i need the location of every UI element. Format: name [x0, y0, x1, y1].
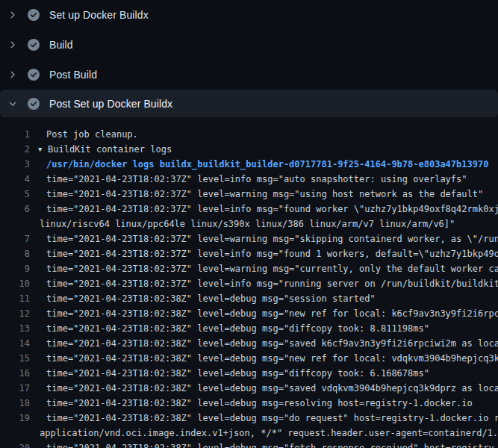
- log-line-number[interactable]: 3: [0, 157, 30, 172]
- log-viewer: 1 Post job cleanup. 2 ▼BuildKit containe…: [0, 117, 498, 448]
- step-title: Post Set up Docker Buildx: [49, 96, 172, 111]
- log-line: 9 time="2021-04-23T18:02:37Z" level=warn…: [0, 261, 498, 276]
- log-line-number[interactable]: 20: [0, 441, 30, 448]
- log-line: linux/riscv64 linux/ppc64le linux/s390x …: [0, 217, 498, 231]
- log-line-text: /usr/bin/docker logs buildx_buildkit_bui…: [30, 157, 488, 172]
- log-line-number[interactable]: 1: [0, 127, 30, 142]
- log-line-text: time="2021-04-23T18:02:37Z" level=info m…: [30, 202, 498, 217]
- log-line-text: time="2021-04-23T18:02:37Z" level=info m…: [30, 172, 467, 187]
- log-line-text: time="2021-04-23T18:02:38Z" level=debug …: [30, 396, 473, 411]
- step-header-post-set-up-docker-buildx[interactable]: Post Set up Docker Buildx: [0, 90, 498, 117]
- log-line-number[interactable]: [0, 217, 30, 231]
- log-line-text: Post job cleanup.: [30, 127, 138, 142]
- log-line: 18 time="2021-04-23T18:02:38Z" level=deb…: [0, 396, 498, 411]
- log-line-text: time="2021-04-23T18:02:38Z" level=debug …: [30, 441, 498, 448]
- log-line: 13 time="2021-04-23T18:02:38Z" level=deb…: [0, 321, 498, 336]
- log-line: 5 time="2021-04-23T18:02:37Z" level=warn…: [0, 187, 498, 202]
- log-line-number[interactable]: 7: [0, 231, 30, 246]
- step-title: Post Build: [49, 67, 97, 82]
- log-line-text: time="2021-04-23T18:02:37Z" level=warnin…: [30, 261, 498, 276]
- log-line: 1 Post job cleanup.: [0, 127, 498, 142]
- log-line-number[interactable]: 2: [0, 142, 30, 157]
- log-group-toggle[interactable]: ▼BuildKit container logs: [30, 142, 172, 157]
- log-line-text: time="2021-04-23T18:02:38Z" level=debug …: [30, 351, 498, 366]
- log-line: 19 time="2021-04-23T18:02:38Z" level=deb…: [0, 411, 498, 426]
- log-line: 12 time="2021-04-23T18:02:38Z" level=deb…: [0, 306, 498, 321]
- log-line-number[interactable]: 19: [0, 411, 30, 426]
- check-circle-icon: [28, 39, 40, 51]
- step-header-post-build[interactable]: Post Build: [0, 60, 498, 90]
- log-line: 17 time="2021-04-23T18:02:38Z" level=deb…: [0, 381, 498, 396]
- log-line-text: time="2021-04-23T18:02:38Z" level=debug …: [30, 336, 498, 351]
- log-line-number[interactable]: 15: [0, 351, 30, 366]
- log-line: application/vnd.oci.image.index.v1+json,…: [0, 426, 498, 441]
- log-line-number[interactable]: 9: [0, 261, 30, 276]
- log-line-number[interactable]: 13: [0, 321, 30, 336]
- log-line: 6 time="2021-04-23T18:02:37Z" level=info…: [0, 202, 498, 217]
- log-line-number[interactable]: [0, 426, 30, 441]
- log-line-text: time="2021-04-23T18:02:38Z" level=debug …: [30, 366, 429, 381]
- log-line-number[interactable]: 4: [0, 172, 30, 187]
- log-line-number[interactable]: 11: [0, 291, 30, 306]
- chevron-right-icon: [7, 9, 19, 21]
- log-line: 14 time="2021-04-23T18:02:38Z" level=deb…: [0, 336, 498, 351]
- log-line-text: time="2021-04-23T18:02:37Z" level=warnin…: [30, 187, 483, 202]
- log-line-number[interactable]: 12: [0, 306, 30, 321]
- step-list: Set up Docker Buildx Build Post Build: [0, 0, 498, 117]
- log-line-text: time="2021-04-23T18:02:38Z" level=debug …: [30, 306, 498, 321]
- log-line-text: time="2021-04-23T18:02:38Z" level=debug …: [30, 291, 376, 306]
- log-line-number[interactable]: 6: [0, 202, 30, 217]
- log-line-number[interactable]: 14: [0, 336, 30, 351]
- log-line-number[interactable]: 18: [0, 396, 30, 411]
- log-line: 7 time="2021-04-23T18:02:37Z" level=warn…: [0, 231, 498, 246]
- log-line: 20 time="2021-04-23T18:02:38Z" level=deb…: [0, 441, 498, 448]
- chevron-down-icon: [7, 98, 19, 110]
- chevron-right-icon: [7, 69, 19, 81]
- log-line-text: time="2021-04-23T18:02:37Z" level=info m…: [30, 276, 498, 291]
- step-header-build[interactable]: Build: [0, 30, 498, 60]
- log-line-text: time="2021-04-23T18:02:38Z" level=debug …: [30, 381, 498, 396]
- log-line: 11 time="2021-04-23T18:02:38Z" level=deb…: [0, 291, 498, 306]
- log-line-text: time="2021-04-23T18:02:37Z" level=warnin…: [30, 231, 498, 246]
- log-line-text: time="2021-04-23T18:02:38Z" level=debug …: [30, 321, 429, 336]
- log-line: 15 time="2021-04-23T18:02:38Z" level=deb…: [0, 351, 498, 366]
- log-line-number[interactable]: 8: [0, 246, 30, 261]
- log-line: 10 time="2021-04-23T18:02:37Z" level=inf…: [0, 276, 498, 291]
- check-circle-icon: [28, 69, 40, 81]
- log-line-number[interactable]: 16: [0, 366, 30, 381]
- log-line-text: application/vnd.oci.image.index.v1+json,…: [30, 426, 498, 441]
- step-header-set-up-docker-buildx[interactable]: Set up Docker Buildx: [0, 0, 498, 30]
- log-line-number[interactable]: 10: [0, 276, 30, 291]
- log-line-text: time="2021-04-23T18:02:38Z" level=debug …: [30, 411, 498, 426]
- log-group-title: BuildKit container logs: [48, 142, 172, 157]
- step-title: Build: [49, 37, 73, 52]
- step-title: Set up Docker Buildx: [49, 7, 149, 22]
- log-line: 2 ▼BuildKit container logs: [0, 142, 498, 157]
- log-line-number[interactable]: 5: [0, 187, 30, 202]
- check-circle-icon: [28, 98, 40, 110]
- collapse-triangle-icon: ▼: [38, 142, 48, 157]
- log-line: 8 time="2021-04-23T18:02:37Z" level=info…: [0, 246, 498, 261]
- check-circle-icon: [28, 9, 40, 21]
- log-line: 16 time="2021-04-23T18:02:38Z" level=deb…: [0, 366, 498, 381]
- log-line: 4 time="2021-04-23T18:02:37Z" level=info…: [0, 172, 498, 187]
- chevron-right-icon: [7, 39, 19, 51]
- log-line-text: time="2021-04-23T18:02:37Z" level=info m…: [30, 246, 498, 261]
- log-line-text: linux/riscv64 linux/ppc64le linux/s390x …: [30, 217, 455, 231]
- actions-job-log-panel: Set up Docker Buildx Build Post Build: [0, 0, 498, 448]
- log-line: 3 /usr/bin/docker logs buildx_buildkit_b…: [0, 157, 498, 172]
- log-line-number[interactable]: 17: [0, 381, 30, 396]
